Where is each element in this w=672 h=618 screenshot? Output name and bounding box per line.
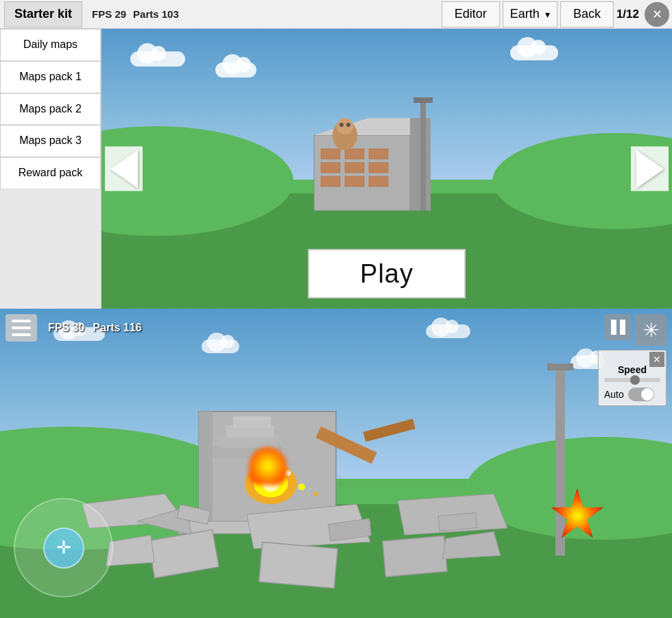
parts-counter-top: Parts 103 xyxy=(133,8,179,20)
svg-rect-54 xyxy=(383,536,447,577)
svg-rect-14 xyxy=(321,176,340,187)
page-counter: 1/12 xyxy=(616,8,639,21)
hamburger-line-2 xyxy=(12,326,31,329)
svg-rect-8 xyxy=(321,149,340,159)
svg-rect-16 xyxy=(369,176,388,187)
gear-icon: ✳ xyxy=(643,319,659,342)
close-button[interactable]: ✕ xyxy=(645,2,669,27)
top-half: Starter kit FPS 29 Parts 103 Editor Eart… xyxy=(0,0,672,309)
hamburger-menu-button[interactable] xyxy=(5,314,37,342)
svg-rect-18 xyxy=(413,97,433,103)
sidebar-item-maps-pack-1[interactable]: Maps pack 1 xyxy=(0,61,101,93)
svg-rect-15 xyxy=(345,176,364,187)
parts-counter-bottom: Parts 116 xyxy=(93,322,141,334)
svg-rect-10 xyxy=(369,149,388,159)
starter-kit-button[interactable]: Starter kit xyxy=(4,1,82,27)
prev-button[interactable] xyxy=(105,147,143,191)
back-button[interactable]: Back xyxy=(560,1,614,27)
move-icon: ✛ xyxy=(56,537,71,558)
bottom-scene: FPS 30 Parts 116 ✳ ✕ Speed Auto xyxy=(0,309,672,618)
svg-marker-6 xyxy=(314,118,410,135)
fps-counter-top: FPS 29 xyxy=(92,8,126,20)
svg-rect-13 xyxy=(369,163,388,173)
sidebar: Daily maps Maps pack 1 Maps pack 2 Maps … xyxy=(0,29,101,309)
close-icon: ✕ xyxy=(652,7,662,22)
svg-rect-11 xyxy=(321,163,340,173)
svg-rect-12 xyxy=(345,163,364,173)
earth-label: Earth xyxy=(510,7,540,21)
svg-rect-42 xyxy=(438,513,477,532)
explosion-star xyxy=(550,488,605,543)
svg-rect-44 xyxy=(363,418,415,442)
global-top-bar: Starter kit FPS 29 Parts 103 Editor Eart… xyxy=(0,0,672,29)
svg-rect-28 xyxy=(547,364,573,370)
svg-rect-53 xyxy=(259,542,338,588)
pause-bar-2 xyxy=(620,320,625,335)
svg-point-22 xyxy=(346,123,350,127)
fire-effect xyxy=(249,447,287,485)
arrow-right-icon xyxy=(636,150,664,188)
joystick-center[interactable]: ✛ xyxy=(43,527,84,569)
svg-rect-9 xyxy=(345,149,364,159)
sidebar-item-reward-pack[interactable]: Reward pack xyxy=(0,157,101,189)
explosion-effect xyxy=(550,488,612,550)
close-panel-button[interactable]: ✕ xyxy=(649,352,664,367)
svg-point-48 xyxy=(298,484,305,490)
auto-toggle[interactable] xyxy=(628,388,654,401)
toggle-knob xyxy=(641,388,653,401)
svg-rect-17 xyxy=(420,97,426,211)
pause-icon xyxy=(611,320,625,335)
speed-panel: ✕ Speed Auto xyxy=(598,350,667,406)
next-button[interactable] xyxy=(631,147,669,191)
sidebar-item-maps-pack-2[interactable]: Maps pack 2 xyxy=(0,93,101,126)
editor-button[interactable]: Editor xyxy=(442,1,500,27)
earth-dropdown[interactable]: Earth ▾ xyxy=(503,1,557,27)
auto-row: Auto xyxy=(604,388,660,401)
top-scene: Play xyxy=(101,29,672,309)
pause-button[interactable] xyxy=(605,314,631,340)
joystick-area[interactable]: ✛ xyxy=(14,498,113,597)
arrow-left-icon xyxy=(110,150,138,188)
top-game-area: Play xyxy=(101,29,672,309)
auto-label: Auto xyxy=(604,389,624,400)
bottom-hud: FPS 30 Parts 116 xyxy=(5,314,667,342)
sidebar-item-daily-maps[interactable]: Daily maps xyxy=(0,29,101,61)
sidebar-item-maps-pack-3[interactable]: Maps pack 3 xyxy=(0,125,101,157)
svg-point-21 xyxy=(339,123,344,127)
hamburger-line-1 xyxy=(12,320,31,322)
play-button[interactable]: Play xyxy=(308,249,466,298)
pause-bar-1 xyxy=(611,320,616,335)
chevron-down-icon: ▾ xyxy=(545,9,550,20)
svg-point-49 xyxy=(313,492,317,496)
speed-thumb xyxy=(630,375,640,385)
settings-button[interactable]: ✳ xyxy=(635,314,667,346)
hamburger-line-3 xyxy=(12,333,31,336)
speed-slider[interactable] xyxy=(604,378,660,382)
svg-point-20 xyxy=(337,118,353,134)
svg-rect-35 xyxy=(233,416,271,427)
fps-counter-bottom: FPS 30 xyxy=(48,322,84,334)
bottom-half: FPS 30 Parts 116 ✳ ✕ Speed Auto xyxy=(0,309,672,618)
